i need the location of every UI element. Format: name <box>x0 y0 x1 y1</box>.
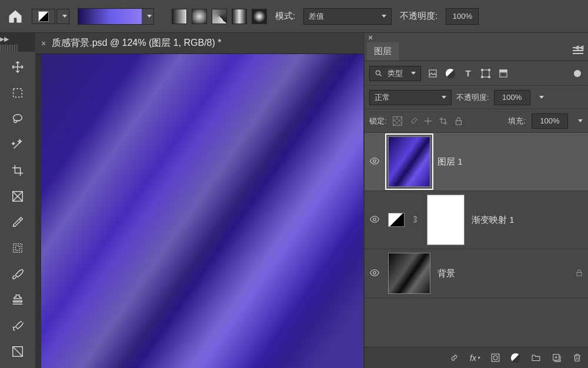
svg-rect-20 <box>577 272 582 276</box>
swatch-dropdown[interactable] <box>56 9 69 24</box>
document-tab-bar: × 质感背景.psd @ 124% (图层 1, RGB/8) * <box>35 33 365 54</box>
collapse-panel-icon[interactable]: ◀◀ <box>574 44 583 51</box>
svg-rect-0 <box>14 89 22 98</box>
gradient-picker[interactable] <box>78 8 154 25</box>
fill-chev[interactable] <box>574 119 583 122</box>
svg-point-9 <box>482 69 483 71</box>
svg-rect-7 <box>429 70 436 77</box>
gradient-reflected-icon[interactable] <box>232 9 247 24</box>
locked-icon[interactable] <box>575 269 583 279</box>
move-tool[interactable] <box>4 55 31 79</box>
visibility-icon[interactable] <box>369 214 381 226</box>
options-bar: 模式: 差值 不透明度: 100% <box>0 0 588 33</box>
svg-rect-8 <box>482 70 489 77</box>
new-group-icon[interactable] <box>531 353 541 363</box>
gradient-tool[interactable] <box>4 340 31 363</box>
layer-blend-dropdown[interactable]: 正常 <box>369 90 452 105</box>
layer-name[interactable]: 渐变映射 1 <box>472 215 514 226</box>
filter-pixel-icon[interactable] <box>427 68 439 79</box>
lock-artboard-icon[interactable] <box>439 116 448 126</box>
eyedropper-tool[interactable] <box>4 210 31 234</box>
svg-rect-4 <box>15 246 19 250</box>
close-tab-icon[interactable]: × <box>41 39 46 48</box>
toolbox <box>0 52 35 368</box>
gradient-radial-icon[interactable] <box>192 9 207 24</box>
svg-point-17 <box>373 159 376 162</box>
layer-blend-row: 正常 不透明度: 100% <box>365 86 588 109</box>
layer-thumbnail[interactable] <box>388 136 430 187</box>
svg-point-12 <box>489 76 490 78</box>
clone-stamp-tool[interactable] <box>4 288 31 312</box>
adjustment-thumbnail[interactable] <box>388 213 405 227</box>
magic-wand-tool[interactable] <box>4 133 31 156</box>
filter-shape-icon[interactable] <box>480 68 492 79</box>
svg-rect-21 <box>492 354 499 362</box>
new-layer-icon[interactable] <box>552 353 562 363</box>
panel-close-icon[interactable]: × <box>368 33 373 42</box>
fill-label: 填充: <box>508 116 526 126</box>
svg-rect-16 <box>456 121 461 125</box>
new-adjustment-icon[interactable] <box>511 353 520 363</box>
svg-point-6 <box>376 71 380 75</box>
filter-type-dropdown[interactable]: 类型 <box>369 66 421 81</box>
foreground-swatch[interactable] <box>32 9 55 24</box>
crop-tool[interactable] <box>4 159 31 182</box>
blend-mode-dropdown[interactable]: 差值 <box>303 8 392 25</box>
svg-point-15 <box>574 70 581 77</box>
lock-label: 锁定: <box>369 116 387 126</box>
layer-name[interactable]: 图层 1 <box>437 156 463 168</box>
gradient-angle-icon[interactable] <box>212 9 227 24</box>
gradient-type-group <box>172 9 267 24</box>
gradient-diamond-icon[interactable] <box>252 9 267 24</box>
layer-opacity-input[interactable]: 100% <box>494 90 530 105</box>
opacity-input[interactable]: 100% <box>446 8 479 25</box>
layer-thumbnail[interactable] <box>388 253 430 294</box>
toolbox-grip[interactable] <box>0 45 18 52</box>
layer-fx-icon[interactable]: fx▾ <box>470 353 480 363</box>
layer-list: 图层 1 渐变映射 1 背景 <box>365 133 588 298</box>
visibility-icon[interactable] <box>369 267 381 280</box>
filter-type-icon[interactable]: T <box>462 68 474 79</box>
document-tab-title[interactable]: 质感背景.psd @ 124% (图层 1, RGB/8) * <box>52 37 221 49</box>
frame-tool[interactable] <box>4 185 31 208</box>
svg-point-19 <box>373 271 376 274</box>
collapse-left-panel[interactable]: ▶▶ <box>0 33 8 45</box>
svg-rect-3 <box>14 244 22 253</box>
canvas[interactable] <box>41 54 363 368</box>
link-mask-icon[interactable] <box>412 215 420 226</box>
filter-toggle-icon[interactable] <box>572 68 583 79</box>
layer-opacity-label: 不透明度: <box>456 92 489 103</box>
fill-input[interactable]: 100% <box>532 113 568 129</box>
brush-tool[interactable] <box>4 262 31 286</box>
mask-thumbnail[interactable] <box>427 195 465 245</box>
layer-lock-row: 锁定: 填充: 100% <box>365 109 588 133</box>
mode-label: 模式: <box>275 11 295 22</box>
gradient-linear-icon[interactable] <box>172 9 187 24</box>
opacity-chev[interactable] <box>535 96 544 99</box>
link-layers-icon[interactable] <box>449 353 459 363</box>
history-brush-tool[interactable] <box>4 314 31 337</box>
lock-transparency-icon[interactable] <box>393 116 402 126</box>
filter-smart-icon[interactable] <box>497 68 509 79</box>
layers-panel: × ◀◀ 图层 类型 T 正常 不透明度: 100% 锁定: <box>365 33 588 368</box>
lock-all-icon[interactable] <box>454 116 463 126</box>
lock-pixels-icon[interactable] <box>408 116 417 126</box>
opacity-label: 不透明度: <box>400 11 437 22</box>
layer-name[interactable]: 背景 <box>437 268 455 279</box>
stamp-border-tool[interactable] <box>4 236 31 260</box>
filter-adjustment-icon[interactable] <box>445 68 456 79</box>
blend-mode-value: 差值 <box>309 11 324 22</box>
visibility-icon[interactable] <box>369 156 381 168</box>
layers-panel-footer: fx▾ <box>365 347 588 368</box>
layer-row[interactable]: 图层 1 <box>365 133 588 191</box>
home-icon[interactable] <box>7 8 24 25</box>
marquee-tool[interactable] <box>4 81 31 105</box>
lock-position-icon[interactable] <box>423 116 433 126</box>
layer-row[interactable]: 渐变映射 1 <box>365 191 588 249</box>
layers-tab[interactable]: 图层 <box>367 42 399 61</box>
add-mask-icon[interactable] <box>490 353 500 363</box>
lasso-tool[interactable] <box>4 107 31 131</box>
svg-point-18 <box>373 218 376 220</box>
delete-layer-icon[interactable] <box>572 353 582 363</box>
layer-row[interactable]: 背景 <box>365 249 588 298</box>
